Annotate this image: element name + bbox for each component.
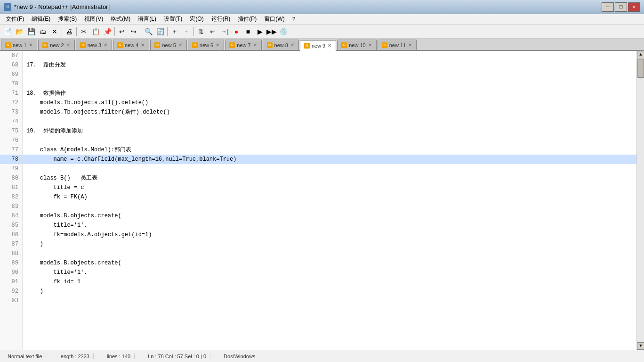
menu-edit[interactable]: 编辑(E) bbox=[28, 14, 54, 24]
paste-button[interactable]: 📌 bbox=[102, 26, 113, 37]
tab-close-3[interactable]: ✕ bbox=[103, 42, 108, 48]
tab-label-6: new 6 bbox=[200, 42, 213, 48]
tab-close-9[interactable]: ✕ bbox=[327, 43, 332, 48]
tab-new1[interactable]: N new 1 ✕ bbox=[1, 40, 37, 50]
tab-label-2: new 2 bbox=[50, 42, 64, 48]
tab-new8[interactable]: N new 8 ✕ bbox=[263, 40, 299, 50]
file-type-status: Normal text file bbox=[4, 354, 46, 359]
redo-button[interactable]: ↪ bbox=[128, 26, 139, 37]
line-number-79: 79 bbox=[0, 164, 22, 173]
save-button[interactable]: 💾 bbox=[25, 26, 37, 37]
line-number-74: 74 bbox=[0, 117, 22, 126]
tab-icon-11: N bbox=[382, 42, 387, 48]
menu-run[interactable]: 运行(R) bbox=[208, 14, 234, 24]
code-line-75: 19. 外键的添加添加 bbox=[23, 126, 636, 136]
tab-label-3: new 3 bbox=[88, 42, 101, 48]
scroll-up-arrow[interactable]: ▲ bbox=[637, 51, 644, 58]
line-number-87: 87 bbox=[0, 239, 22, 249]
menu-window[interactable]: 窗口(W) bbox=[260, 14, 288, 24]
tab-close-5[interactable]: ✕ bbox=[178, 42, 183, 48]
menu-view[interactable]: 视图(V) bbox=[80, 14, 107, 24]
code-line-83 bbox=[23, 202, 636, 211]
tab-bar: N new 1 ✕ N new 2 ✕ N new 3 ✕ N new 4 ✕ … bbox=[0, 39, 644, 51]
menu-settings[interactable]: 设置(T) bbox=[160, 14, 186, 24]
toolbar-sep-4 bbox=[141, 27, 141, 36]
tab-close-8[interactable]: ✕ bbox=[290, 42, 295, 48]
line-number-86: 86 bbox=[0, 230, 22, 239]
tab-new3[interactable]: N new 3 ✕ bbox=[76, 40, 112, 50]
tab-close-4[interactable]: ✕ bbox=[140, 42, 145, 48]
maximize-button[interactable]: □ bbox=[615, 2, 627, 12]
line-number-81: 81 bbox=[0, 183, 22, 192]
save-all-button[interactable]: 🗂 bbox=[37, 26, 48, 37]
editor[interactable]: 6768697071727374757677787980818283848586… bbox=[0, 51, 644, 350]
tab-new5[interactable]: N new 5 ✕ bbox=[150, 40, 186, 50]
menu-search[interactable]: 搜索(S) bbox=[54, 14, 80, 24]
menu-plugins[interactable]: 插件(P) bbox=[234, 14, 260, 24]
tab-close-10[interactable]: ✕ bbox=[368, 42, 372, 48]
tab-close-2[interactable]: ✕ bbox=[66, 42, 71, 48]
play-button[interactable]: ▶ bbox=[254, 26, 266, 37]
tab-icon-2: N bbox=[42, 42, 48, 48]
code-line-87: ) bbox=[23, 239, 636, 249]
tab-new11[interactable]: N new 11 ✕ bbox=[378, 40, 417, 50]
line-number-82: 82 bbox=[0, 192, 22, 202]
vertical-scrollbar[interactable]: ▲ ▼ bbox=[636, 51, 644, 350]
play-multiple-button[interactable]: ▶▶ bbox=[266, 26, 277, 37]
record-button[interactable]: ● bbox=[231, 26, 242, 37]
close-button[interactable]: ✕ bbox=[49, 26, 60, 37]
tab-close-11[interactable]: ✕ bbox=[408, 42, 412, 48]
code-line-77: class A(models.Model):部门表 bbox=[23, 145, 636, 155]
cut-button[interactable]: ✂ bbox=[78, 26, 89, 37]
copy-button[interactable]: 📋 bbox=[90, 26, 101, 37]
code-line-82: fk = FK(A) bbox=[23, 192, 636, 202]
open-button[interactable]: 📂 bbox=[14, 26, 25, 37]
line-number-75: 75 bbox=[0, 126, 22, 136]
save-macro-button[interactable]: 💿 bbox=[278, 26, 289, 37]
tab-new4[interactable]: N new 4 ✕ bbox=[113, 40, 149, 50]
tab-new7[interactable]: N new 7 ✕ bbox=[225, 40, 261, 50]
code-line-71: 18. 数据操作 bbox=[23, 89, 636, 98]
stop-button[interactable]: ■ bbox=[242, 26, 254, 37]
toolbar-sep-1 bbox=[62, 27, 62, 36]
tab-close-7[interactable]: ✕ bbox=[253, 42, 258, 48]
minimize-button[interactable]: ─ bbox=[602, 2, 614, 12]
tab-new10[interactable]: N new 10 ✕ bbox=[337, 40, 376, 50]
undo-button[interactable]: ↩ bbox=[116, 26, 128, 37]
window-controls: ─ □ ✕ bbox=[602, 2, 640, 12]
close-button[interactable]: ✕ bbox=[628, 2, 640, 12]
zoom-in-button[interactable]: + bbox=[169, 26, 180, 37]
tab-close-1[interactable]: ✕ bbox=[28, 42, 33, 48]
find-button[interactable]: 🔍 bbox=[143, 26, 154, 37]
code-line-84: models.B.objects.create( bbox=[23, 211, 636, 221]
tab-new2[interactable]: N new 2 ✕ bbox=[38, 40, 74, 50]
replace-button[interactable]: 🔄 bbox=[154, 26, 166, 37]
code-line-78: name = c.CharField(max_length=16,null=Tr… bbox=[23, 155, 636, 164]
new-button[interactable]: 📄 bbox=[2, 26, 13, 37]
toolbar-sep-6 bbox=[193, 27, 194, 36]
menu-language[interactable]: 语言(L) bbox=[134, 14, 160, 24]
print-button[interactable]: 🖨 bbox=[64, 26, 75, 37]
menu-help[interactable]: ? bbox=[289, 15, 299, 24]
title-bar: N *new 9 - Notepad++ [Administrator] ─ □… bbox=[0, 0, 644, 14]
word-wrap-button[interactable]: ↵ bbox=[207, 26, 218, 37]
indent-button[interactable]: →| bbox=[219, 26, 230, 37]
tab-new6[interactable]: N new 6 ✕ bbox=[188, 40, 224, 50]
menu-format[interactable]: 格式(M) bbox=[107, 14, 134, 24]
tab-close-6[interactable]: ✕ bbox=[215, 42, 220, 48]
line-number-69: 69 bbox=[0, 70, 22, 79]
zoom-out-button[interactable]: - bbox=[181, 26, 192, 37]
menu-macro[interactable]: 宏(O) bbox=[186, 14, 207, 24]
code-line-80: class B() 员工表 bbox=[23, 173, 636, 183]
tab-new9[interactable]: N new 9 ✕ bbox=[300, 41, 336, 51]
menu-file[interactable]: 文件(F) bbox=[2, 14, 28, 24]
scroll-thumb[interactable] bbox=[637, 59, 644, 78]
scroll-down-arrow[interactable]: ▼ bbox=[637, 342, 644, 350]
sync-scroll-button[interactable]: ⇅ bbox=[195, 26, 207, 37]
scroll-track[interactable] bbox=[637, 58, 644, 342]
code-line-73: models.Tb.objects.filter(条件).delete() bbox=[23, 107, 636, 117]
tab-icon-9: N bbox=[304, 43, 310, 49]
tab-label-11: new 11 bbox=[389, 42, 406, 48]
line-number-80: 80 bbox=[0, 173, 22, 183]
code-area[interactable]: 17. 路由分发18. 数据操作 models.Tb.objects.all()… bbox=[23, 51, 636, 350]
